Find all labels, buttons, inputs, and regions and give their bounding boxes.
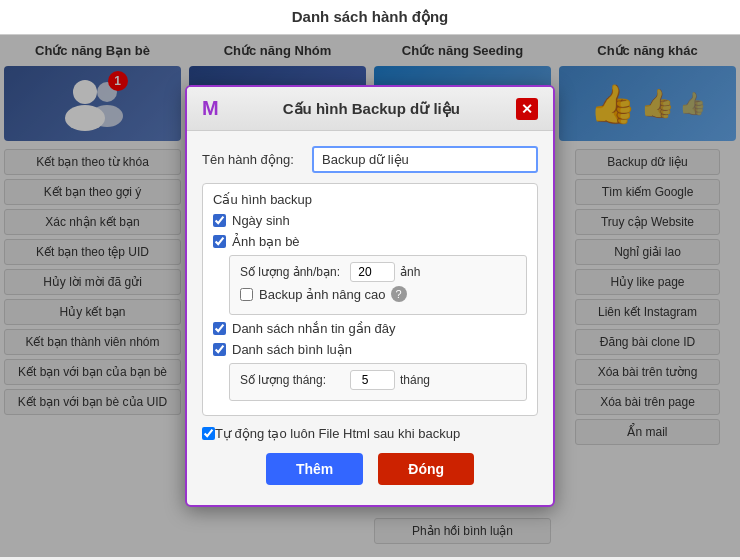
dong-button[interactable]: Đóng — [378, 453, 474, 485]
so-luong-anh-row: Số lượng ảnh/bạn: ảnh — [240, 262, 516, 282]
modal-close-button[interactable]: ✕ — [516, 98, 538, 120]
tin-nhan-checkbox[interactable] — [213, 322, 226, 335]
anh-ban-be-row: Ảnh bạn bè — [213, 234, 527, 249]
ngay-sinh-row: Ngày sinh — [213, 213, 527, 228]
binh-luan-checkbox[interactable] — [213, 343, 226, 356]
backup-nang-cao-row: Backup ảnh nâng cao ? — [240, 286, 516, 302]
anh-ban-be-checkbox[interactable] — [213, 235, 226, 248]
action-name-input[interactable] — [312, 146, 538, 173]
auto-backup-checkbox[interactable] — [202, 427, 215, 440]
anh-sub-section: Số lượng ảnh/bạn: ảnh Backup ảnh nâng ca… — [229, 255, 527, 315]
question-mark-icon: ? — [391, 286, 407, 302]
so-luong-anh-label: Số lượng ảnh/bạn: — [240, 265, 350, 279]
so-luong-anh-spinner — [350, 262, 395, 282]
binh-luan-label: Danh sách bình luận — [232, 342, 352, 357]
thang-sub-section: Số lượng tháng: tháng — [229, 363, 527, 401]
ngay-sinh-checkbox[interactable] — [213, 214, 226, 227]
ngay-sinh-label: Ngày sinh — [232, 213, 290, 228]
anh-ban-be-label: Ảnh bạn bè — [232, 234, 300, 249]
modal-overlay: M Cấu hình Backup dữ liệu ✕ Tên hành độn… — [0, 35, 740, 557]
modal-logo-icon: M — [202, 97, 219, 120]
so-luong-thang-spinner — [350, 370, 395, 390]
auto-backup-label: Tự động tạo luôn File Html sau khi backu… — [215, 426, 460, 441]
so-luong-thang-unit: tháng — [400, 373, 430, 387]
modal-body: Tên hành động: Cấu hình backup Ngày sinh… — [187, 131, 553, 505]
so-luong-anh-input[interactable] — [350, 262, 395, 282]
backup-nang-cao-label: Backup ảnh nâng cao — [259, 287, 386, 302]
so-luong-thang-row: Số lượng tháng: tháng — [240, 370, 516, 390]
so-luong-anh-unit: ảnh — [400, 265, 420, 279]
modal-header: M Cấu hình Backup dữ liệu ✕ — [187, 87, 553, 131]
backup-nang-cao-checkbox[interactable] — [240, 288, 253, 301]
action-name-row: Tên hành động: — [202, 146, 538, 173]
action-name-label: Tên hành động: — [202, 152, 312, 167]
config-title: Cấu hình backup — [213, 192, 527, 207]
modal-footer: Thêm Đóng — [202, 453, 538, 490]
page-title: Danh sách hành động — [0, 0, 740, 35]
them-button[interactable]: Thêm — [266, 453, 363, 485]
tin-nhan-row: Danh sách nhắn tin gần đây — [213, 321, 527, 336]
binh-luan-row: Danh sách bình luận — [213, 342, 527, 357]
auto-backup-row: Tự động tạo luôn File Html sau khi backu… — [202, 426, 538, 441]
tin-nhan-label: Danh sách nhắn tin gần đây — [232, 321, 395, 336]
so-luong-thang-input[interactable] — [350, 370, 395, 390]
modal-title: Cấu hình Backup dữ liệu — [227, 100, 516, 118]
backup-config-modal: M Cấu hình Backup dữ liệu ✕ Tên hành độn… — [185, 85, 555, 507]
config-section: Cấu hình backup Ngày sinh Ảnh bạn bè Số … — [202, 183, 538, 416]
so-luong-thang-label: Số lượng tháng: — [240, 373, 350, 387]
